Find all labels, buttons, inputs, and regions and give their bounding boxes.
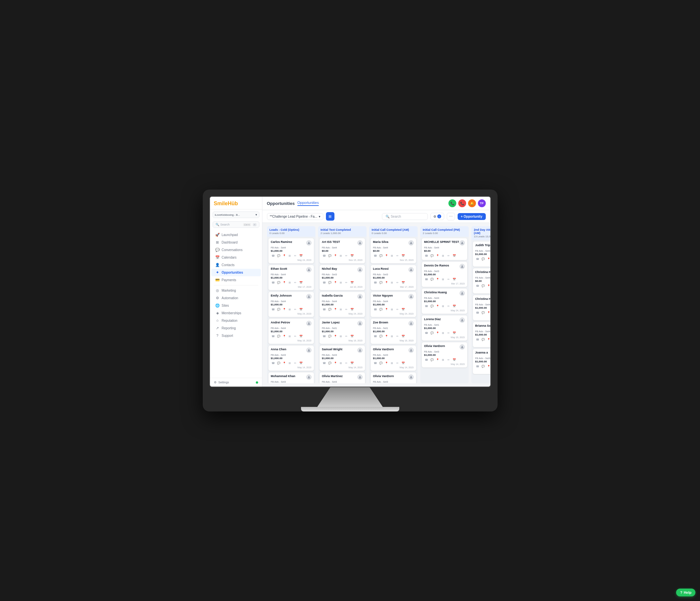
copy-action-icon[interactable]: ⊞	[390, 253, 394, 258]
message-action-icon[interactable]: 💬	[276, 307, 281, 312]
phone-action-icon[interactable]: ☎	[322, 334, 327, 338]
kanban-card[interactable]: Christina Huang FB Ads - Set4 $1,000.00 …	[422, 288, 468, 314]
message-action-icon[interactable]: 💬	[328, 253, 332, 258]
kanban-card[interactable]: Judith Triplett FB Ads - Set4 $1,000.00 …	[473, 241, 490, 267]
sidebar-item-dashboard[interactable]: ⊞ Dashboard	[211, 239, 261, 246]
message-action-icon[interactable]: 💬	[481, 337, 485, 342]
kanban-card[interactable]: Christina Huang FB Ads - Set4 $1,000.00 …	[473, 295, 490, 320]
pin-action-icon[interactable]: 📍	[333, 334, 338, 338]
calendar-action-icon[interactable]: 📅	[401, 361, 405, 365]
pin-action-icon[interactable]: 📍	[435, 277, 440, 282]
calendar-action-icon[interactable]: 📅	[350, 334, 354, 338]
message-action-icon[interactable]: 💬	[379, 307, 383, 312]
settings-item[interactable]: ⚙ Settings	[210, 378, 262, 387]
edit-action-icon[interactable]: ✏	[344, 280, 349, 285]
message-action-icon[interactable]: 💬	[379, 253, 383, 258]
sidebar-item-sites[interactable]: 🌐 Sites	[211, 302, 261, 309]
kanban-card[interactable]: Carlos Ramirez FB Ads - Set4 $1,000.00 ☎…	[268, 238, 314, 263]
phone-action-icon[interactable]: ☎	[322, 253, 327, 258]
pin-action-icon[interactable]: 📍	[384, 280, 389, 285]
message-action-icon[interactable]: 💬	[379, 280, 383, 285]
kanban-card[interactable]: Samuel Wright FB Ads - Set3 $1,000.00 ☎ …	[319, 345, 365, 371]
phone-action-icon[interactable]: ☎	[424, 304, 429, 308]
calendar-action-icon[interactable]: 📅	[350, 253, 354, 258]
copy-action-icon[interactable]: ⊞	[390, 334, 394, 338]
kanban-card[interactable]: Olivia VanDorn FB Ads - Set3 $1,000.00 ☎…	[371, 345, 416, 371]
phone-action-icon[interactable]: ☎	[475, 337, 480, 342]
phone-action-icon[interactable]: ☎	[373, 280, 378, 285]
calendar-action-icon[interactable]: 📅	[299, 361, 303, 365]
message-action-icon[interactable]: 💬	[430, 358, 434, 362]
phone-action-icon[interactable]: ☎	[475, 284, 480, 288]
pin-action-icon[interactable]: 📍	[282, 280, 286, 285]
copy-action-icon[interactable]: ⊞	[390, 307, 394, 312]
pin-action-icon[interactable]: 📍	[333, 307, 338, 312]
calendar-action-icon[interactable]: 📅	[452, 304, 457, 308]
pin-action-icon[interactable]: 📍	[282, 253, 286, 258]
phone-action-icon[interactable]: ☎	[373, 307, 378, 312]
copy-action-icon[interactable]: ⊞	[390, 280, 394, 285]
phone-action-icon[interactable]: ☎	[322, 280, 327, 285]
calendar-action-icon[interactable]: 📅	[299, 253, 303, 258]
pin-action-icon[interactable]: 📍	[384, 307, 389, 312]
edit-action-icon[interactable]: ✏	[395, 334, 400, 338]
calendar-action-icon[interactable]: 📅	[299, 334, 303, 338]
phone-action-icon[interactable]: ☎	[322, 307, 327, 312]
phone-action-icon[interactable]: ☎	[475, 310, 480, 315]
kanban-card[interactable]: Olivia VanDorn FB Ads - Set3 $1,000.00 ☎…	[422, 342, 468, 368]
calendar-action-icon[interactable]: 📅	[452, 253, 457, 258]
edit-action-icon[interactable]: ✏	[293, 334, 298, 338]
kanban-card[interactable]: Maria Silva FB Ads - Set4 $0.00 ☎ 💬 📍 ⊞	[371, 238, 416, 263]
copy-action-icon[interactable]: ⊞	[288, 280, 292, 285]
pin-action-icon[interactable]: 📍	[435, 253, 440, 258]
kanban-card[interactable]: Andrei Petrov FB Ads - Set4 $1,000.00 ☎ …	[268, 318, 314, 344]
kanban-card[interactable]: Joanna a FB Ads - Set3 $1,000.00 ☎ 💬 📍 ⊞	[473, 349, 490, 374]
search-bar[interactable]: 🔍 Search Ctrl K +	[212, 221, 259, 228]
calendar-action-icon[interactable]: 📅	[350, 361, 354, 365]
calendar-action-icon[interactable]: 📅	[299, 307, 303, 312]
calendar-action-icon[interactable]: 📅	[452, 358, 457, 362]
pin-action-icon[interactable]: 📍	[486, 310, 490, 315]
edit-action-icon[interactable]: ✏	[395, 280, 400, 285]
calendar-action-icon[interactable]: 📅	[401, 253, 405, 258]
phone-action-icon[interactable]: ☎	[322, 361, 327, 365]
phone-action-icon[interactable]: ☎	[424, 331, 429, 335]
phone-action-icon[interactable]: ☎	[424, 358, 429, 362]
copy-action-icon[interactable]: ⊞	[339, 280, 343, 285]
more-options-button[interactable]: ⋯	[447, 213, 455, 220]
copy-action-icon[interactable]: ⊞	[339, 334, 343, 338]
pipeline-selector[interactable]: **Challenge Lead Pipeline - Fa... ▾	[267, 213, 323, 220]
calendar-action-icon[interactable]: 📅	[350, 307, 354, 312]
pin-action-icon[interactable]: 📍	[282, 361, 286, 365]
message-action-icon[interactable]: 💬	[481, 257, 485, 261]
phone-action-icon[interactable]: ☎	[271, 334, 275, 338]
pin-action-icon[interactable]: 📍	[435, 304, 440, 308]
kanban-card[interactable]: Isabella Garcia FB Ads - Set4 $1,000.00 …	[319, 292, 365, 317]
sidebar-item-reporting[interactable]: ↗ Reporting	[211, 324, 261, 332]
user-avatar[interactable]: TP	[478, 199, 486, 207]
phone-action-icon[interactable]: ☎	[271, 307, 275, 312]
calendar-action-icon[interactable]: 📅	[452, 277, 457, 282]
edit-action-icon[interactable]: ✏	[447, 304, 451, 308]
edit-action-icon[interactable]: ✏	[395, 361, 400, 365]
message-action-icon[interactable]: 💬	[481, 310, 485, 315]
message-action-icon[interactable]: 💬	[379, 361, 383, 365]
sidebar-item-reputation[interactable]: ☆ Reputation	[211, 317, 261, 324]
kanban-card[interactable]: Ethan Scott FB Ads - Set4 $1,000.00 ☎ 💬 …	[268, 265, 314, 290]
message-action-icon[interactable]: 💬	[328, 307, 332, 312]
calendar-action-icon[interactable]: 📅	[452, 331, 457, 335]
phone-action-icon[interactable]: ☎	[373, 253, 378, 258]
sidebar-item-launchpad[interactable]: 🚀 Launchpad	[211, 231, 261, 239]
sidebar-item-conversations[interactable]: 💬 Conversations	[211, 246, 261, 254]
filter-button[interactable]: ⚙ 1	[430, 213, 444, 220]
edit-action-icon[interactable]: ✏	[293, 280, 298, 285]
kanban-card[interactable]: Mohammad Khan FB Ads - Set3 $1,000.00 ☎ …	[268, 372, 314, 383]
message-action-icon[interactable]: 💬	[481, 364, 485, 369]
phone-action-icon[interactable]: ☎	[475, 257, 480, 261]
pin-action-icon[interactable]: 📍	[486, 284, 490, 288]
copy-action-icon[interactable]: ⊞	[390, 361, 394, 365]
kanban-card[interactable]: Anna Chen FB Ads - Set3 $1,000.00 ☎ 💬 📍 …	[268, 345, 314, 371]
kanban-card[interactable]: Luca Rossi FB Ads - Set3 $1,000.00 ☎ 💬 📍…	[371, 265, 416, 290]
phone-action-icon[interactable]: ☎	[373, 361, 378, 365]
message-action-icon[interactable]: 💬	[328, 334, 332, 338]
